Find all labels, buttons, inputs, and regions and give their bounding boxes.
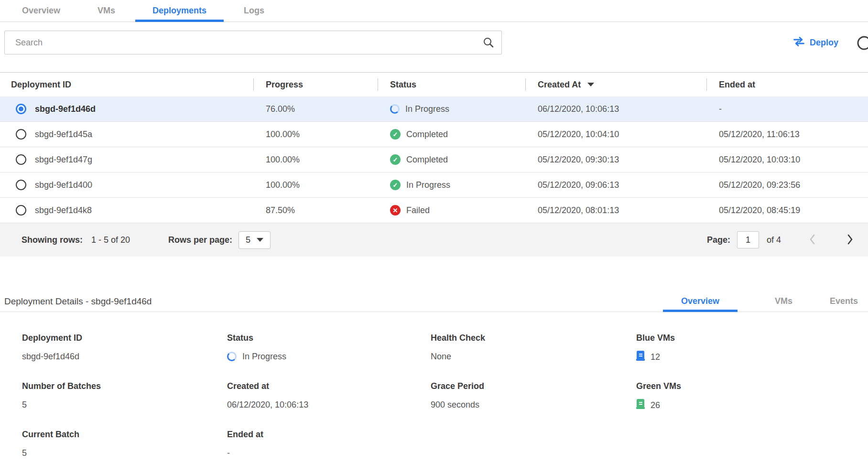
column-header-ended-at: Ended at: [706, 78, 868, 91]
chevron-right-icon: [846, 234, 854, 247]
deploy-button[interactable]: Deploy: [793, 31, 838, 54]
deploy-button-label: Deploy: [810, 38, 838, 48]
search-box: [4, 31, 502, 54]
field-label: Current Batch: [22, 430, 227, 440]
row-ended: -: [706, 104, 868, 114]
rows-per-page-value: 5: [246, 235, 250, 245]
status-label: Failed: [406, 205, 430, 215]
search-icon: [483, 37, 494, 50]
chevron-left-icon: [809, 234, 816, 247]
table-footer: Showing rows: 1 - 5 of 20 Rows per page:…: [0, 223, 868, 257]
page-input[interactable]: [737, 231, 759, 248]
blue-vm-icon: [636, 351, 645, 363]
tab-vms[interactable]: VMs: [98, 0, 115, 22]
column-header-progress: Progress: [253, 78, 378, 91]
row-id-cell: sbgd-9ef1d47g: [0, 154, 253, 165]
field-grace-period: Grace Period 900 seconds: [431, 381, 636, 411]
field-number-of-batches: Number of Batches 5: [22, 381, 227, 411]
field-label: Number of Batches: [22, 381, 227, 391]
main-tabs: Overview VMs Deployments Logs: [0, 0, 868, 22]
deployment-id: sbgd-9ef1d4k8: [35, 205, 92, 215]
row-ended: 05/12/2020, 11:06:13: [706, 129, 868, 140]
deployment-id: sbgd-9ef1d47g: [35, 155, 92, 165]
field-label: Created at: [227, 381, 431, 391]
row-created: 05/12/2020, 09:30:13: [525, 155, 706, 165]
field-value: 900 seconds: [431, 399, 636, 410]
details-tab-overview[interactable]: Overview: [663, 291, 738, 312]
x-circle-icon: ✕: [390, 205, 401, 215]
field-value: 06/12/2020, 10:06:13: [227, 399, 431, 410]
status-label: In Progress: [242, 352, 286, 362]
deployment-id: sbgd-9ef1d46d: [35, 104, 96, 114]
table-row[interactable]: sbgd-9ef1d4k8 87.50% ✕ Failed 05/12/2020…: [0, 198, 868, 223]
row-radio[interactable]: [16, 180, 26, 190]
check-circle-icon: ✓: [390, 154, 401, 165]
tab-logs[interactable]: Logs: [244, 0, 264, 22]
field-label: Health Check: [431, 333, 636, 343]
next-page-button[interactable]: [844, 232, 856, 248]
field-value: sbgd-9ef1d46d: [22, 351, 227, 362]
field-deployment-id: Deployment ID sbgd-9ef1d46d: [22, 333, 227, 363]
row-ended: 05/12/2020, 10:03:10: [706, 155, 868, 165]
field-blue-vms: Blue VMs 12: [636, 333, 868, 363]
field-label: Ended at: [227, 430, 431, 440]
in-progress-spinner-icon: [227, 352, 237, 361]
rows-per-page-label: Rows per page:: [168, 235, 232, 245]
column-header-deployment-id: Deployment ID: [0, 78, 253, 91]
row-progress: 100.00%: [253, 180, 378, 190]
rows-showing-label: Showing rows:: [22, 235, 83, 245]
status-label: In Progress: [405, 104, 449, 114]
table-row[interactable]: sbgd-9ef1d45a 100.00% ✓ Completed 05/12/…: [0, 122, 868, 147]
table-row[interactable]: sbgd-9ef1d47g 100.00% ✓ Completed 05/12/…: [0, 147, 868, 172]
swap-arrows-icon: [793, 37, 805, 49]
column-header-created-at[interactable]: Created At: [525, 78, 706, 91]
field-value: 26: [636, 399, 868, 411]
table-row[interactable]: sbgd-9ef1d400 100.00% ✓ In Progress 05/1…: [0, 172, 868, 198]
column-header-status: Status: [378, 78, 525, 91]
search-input[interactable]: [4, 31, 502, 54]
sort-descending-icon[interactable]: [587, 83, 594, 86]
row-radio[interactable]: [16, 154, 26, 165]
tab-overview[interactable]: Overview: [22, 0, 60, 22]
field-label: Grace Period: [431, 381, 636, 391]
field-value: In Progress: [227, 351, 431, 362]
field-label: Deployment ID: [22, 333, 227, 343]
row-id-cell: sbgd-9ef1d46d: [0, 104, 253, 114]
row-radio[interactable]: [16, 205, 26, 215]
field-health-check: Health Check None: [431, 333, 636, 363]
row-status: ✕ Failed: [378, 205, 525, 215]
row-ended: 05/12/2020, 09:23:56: [706, 180, 868, 190]
row-ended: 05/12/2020, 08:45:19: [706, 205, 868, 215]
green-vm-icon: [636, 399, 645, 411]
field-value: 5: [22, 447, 227, 459]
check-circle-icon: ✓: [390, 129, 401, 140]
details-header: Deployment Details - sbgd-9ef1d46d Overv…: [0, 291, 868, 312]
field-label: Blue VMs: [636, 333, 868, 343]
deployment-id: sbgd-9ef1d400: [35, 180, 92, 190]
row-radio[interactable]: [16, 104, 26, 114]
deployments-table: Deployment ID Progress Status Created At…: [0, 72, 868, 257]
field-status: Status In Progress: [227, 333, 431, 363]
previous-page-button[interactable]: [807, 232, 818, 248]
toolbar: Deploy: [0, 31, 868, 54]
details-tab-events[interactable]: Events: [830, 291, 858, 312]
rows-per-page-select[interactable]: 5: [239, 231, 271, 249]
field-value: None: [431, 351, 636, 362]
row-status: ✓ In Progress: [378, 180, 525, 190]
page-label: Page:: [707, 235, 730, 245]
tab-deployments[interactable]: Deployments: [135, 0, 224, 22]
field-created-at: Created at 06/12/2020, 10:06:13: [227, 381, 431, 411]
refresh-icon[interactable]: [857, 35, 868, 51]
green-vm-count: 26: [651, 400, 660, 410]
details-grid: Deployment ID sbgd-9ef1d46d Status In Pr…: [0, 333, 868, 459]
row-progress: 76.00%: [253, 104, 378, 114]
details-tab-vms[interactable]: VMs: [775, 291, 792, 312]
row-status: ✓ Completed: [378, 154, 525, 165]
field-ended-at: Ended at -: [227, 430, 431, 459]
table-row[interactable]: sbgd-9ef1d46d 76.00% In Progress 06/12/2…: [0, 97, 868, 122]
row-progress: 100.00%: [253, 155, 378, 165]
status-label: Completed: [406, 155, 448, 165]
row-id-cell: sbgd-9ef1d4k8: [0, 205, 253, 215]
field-value: 12: [636, 351, 868, 363]
row-radio[interactable]: [16, 129, 26, 140]
